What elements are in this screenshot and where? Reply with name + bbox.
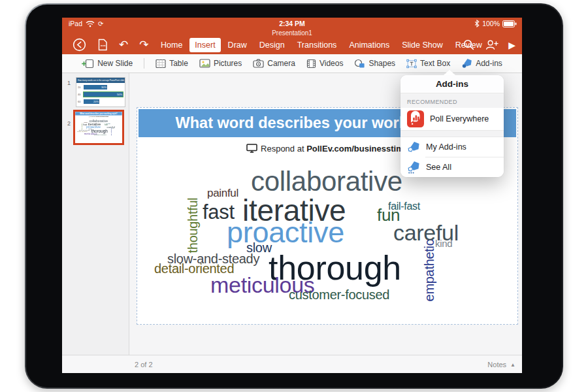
toolbar-item-label: Videos <box>319 59 343 68</box>
redo-button[interactable]: ↷ <box>139 39 148 50</box>
tab-slide-show[interactable]: Slide Show <box>397 38 448 52</box>
menu-item-label: See All <box>426 163 451 172</box>
menu-title: Add-ins <box>400 75 504 93</box>
slide-2-number: 2 <box>67 120 71 127</box>
present-play-button[interactable]: ▶ <box>508 41 515 50</box>
pictures-icon <box>199 59 210 68</box>
powerpoint-app: iPad ⟳ 2:34 PM 100% Presentation1 ↶↷ Hom… <box>62 18 522 373</box>
slide-thumbnail-2-selected[interactable]: What word describes your working style? … <box>73 110 124 145</box>
see-all-icon <box>407 161 420 174</box>
sync-icon: ⟳ <box>98 20 103 27</box>
chevron-up-icon: ▲ <box>510 362 515 368</box>
text-box-icon <box>406 59 417 69</box>
tab-transitions[interactable]: Transitions <box>292 38 342 52</box>
toolbar-item-camera[interactable]: Camera <box>253 59 295 68</box>
thumb-chart-bar: 30% <box>84 85 107 90</box>
add-person-button[interactable] <box>485 39 498 51</box>
tab-home[interactable]: Home <box>155 38 188 52</box>
undo-button[interactable]: ↶ <box>119 39 128 50</box>
toolbar-item-label: Text Box <box>420 59 450 68</box>
cloud-word-empathetic: empathetic <box>423 240 436 302</box>
toolbar-item-label: Shapes <box>368 59 395 68</box>
thumb-chart-value: 20% <box>93 100 99 103</box>
ipad-photo: iPad ⟳ 2:34 PM 100% Presentation1 ↶↷ Hom… <box>0 0 588 392</box>
ribbon-tabs: HomeInsertDrawDesignTransitionsAnimation… <box>155 35 487 54</box>
thumb-chart-value: 30% <box>101 86 106 89</box>
bluetooth-icon <box>474 20 480 27</box>
toolbar-item-add-ins[interactable]: Add-ins <box>461 58 502 69</box>
thumb-chart-category: 40 <box>78 93 84 96</box>
table-icon <box>155 59 166 69</box>
ipad-frame: iPad ⟳ 2:34 PM 100% Presentation1 ↶↷ Hom… <box>25 3 563 389</box>
toolbar-item-shapes[interactable]: Shapes <box>354 59 395 69</box>
add-ins-menu: Add-ins RECOMMENDED Poll Everywhere My A… <box>400 75 504 177</box>
toolbar-divider <box>144 58 144 69</box>
menu-item-poll-everywhere[interactable]: Poll Everywhere <box>400 108 504 130</box>
toolbar-item-text-box[interactable]: Text Box <box>406 59 450 69</box>
wifi-icon <box>86 20 95 27</box>
menu-gap <box>400 130 504 137</box>
tab-animations[interactable]: Animations <box>344 38 395 52</box>
cloud-word-customer-focused: customer-focused <box>94 134 106 135</box>
device-label: iPad <box>69 20 82 27</box>
thumb-chart-bar: 50% <box>84 92 123 97</box>
cloud-word-collaborative: collaborative <box>251 168 402 195</box>
slide-1-number: 1 <box>67 80 71 86</box>
thumb-chart-bar: 20% <box>84 99 99 104</box>
new-slide-icon <box>82 59 94 69</box>
notes-label: Notes <box>487 361 506 368</box>
toolbar-item-videos[interactable]: Videos <box>306 59 343 69</box>
cloud-word-thoughtful: thoughtful <box>186 198 199 253</box>
status-bar: iPad ⟳ 2:34 PM 100% <box>62 18 522 31</box>
menu-item-my-add-ins[interactable]: My Add-ins <box>400 137 504 157</box>
poll-everywhere-icon <box>407 110 424 127</box>
toolbar-item-label: Camera <box>267 59 295 68</box>
file-export-button[interactable] <box>97 39 108 51</box>
menu-item-label: My Add-ins <box>426 142 466 152</box>
notes-toggle[interactable]: Notes ▲ <box>487 361 515 368</box>
thumb-chart-row: 2030% <box>76 84 125 90</box>
back-button[interactable] <box>73 38 86 52</box>
page-indicator: 2 of 2 <box>135 361 153 368</box>
camera-icon <box>253 59 264 68</box>
app-header: iPad ⟳ 2:34 PM 100% Presentation1 ↶↷ Hom… <box>62 18 522 54</box>
cloud-word-kind: kind <box>435 238 452 248</box>
thumb-chart-value: 50% <box>117 93 122 96</box>
battery-icon <box>502 20 517 27</box>
menu-item-see-all[interactable]: See All <box>400 157 504 177</box>
tab-insert[interactable]: Insert <box>189 38 220 52</box>
thumb-chart-category: 60 <box>78 100 84 103</box>
word-cloud: collaborativepainfuliterativefastthought… <box>75 112 122 139</box>
cloud-word-painful: painful <box>207 188 238 199</box>
my-add-ins-icon <box>407 141 420 154</box>
shapes-icon <box>354 59 365 69</box>
menu-item-label: Poll Everywhere <box>430 114 489 123</box>
ribbon-nav: ↶↷ HomeInsertDrawDesignTransitionsAnimat… <box>62 35 522 54</box>
toolbar-item-label: Pictures <box>214 59 242 68</box>
cloud-word-customer-focused: customer-focused <box>289 288 389 301</box>
toolbar-item-label: Table <box>169 59 188 68</box>
section-label: RECOMMENDED <box>400 93 504 108</box>
thumb-chart-title: How many words are in the average PowerP… <box>76 78 125 83</box>
clock: 2:34 PM <box>279 20 305 27</box>
toolbar-item-label: Add-ins <box>476 59 502 68</box>
cloud-word-thoughtful: thoughtful <box>81 123 82 129</box>
bottom-bar: 2 of 2 Notes ▲ <box>62 355 522 373</box>
toolbar-item-label: New Slide <box>97 59 133 68</box>
slide-thumbnail-1[interactable]: How many words are in the average PowerP… <box>76 77 125 107</box>
tab-design[interactable]: Design <box>254 38 290 52</box>
search-button[interactable] <box>463 39 475 51</box>
cloud-word-kind: kind <box>112 128 114 129</box>
add-ins-icon <box>461 58 472 69</box>
thumb-chart-category: 20 <box>78 86 84 89</box>
toolbar-item-new-slide[interactable]: New Slide <box>82 59 133 69</box>
toolbar-item-pictures[interactable]: Pictures <box>199 59 242 68</box>
tab-draw[interactable]: Draw <box>223 38 252 52</box>
cloud-word-empathetic: empathetic <box>110 128 112 136</box>
thumb-chart-row: 4050% <box>76 91 125 97</box>
slide-panel: 1 How many words are in the average Powe… <box>62 73 129 355</box>
cloud-word-proactive: proactive <box>227 218 344 247</box>
toolbar-item-table[interactable]: Table <box>155 59 188 69</box>
thumb-chart-row: 6020% <box>76 99 125 105</box>
menu-caret <box>444 70 455 75</box>
